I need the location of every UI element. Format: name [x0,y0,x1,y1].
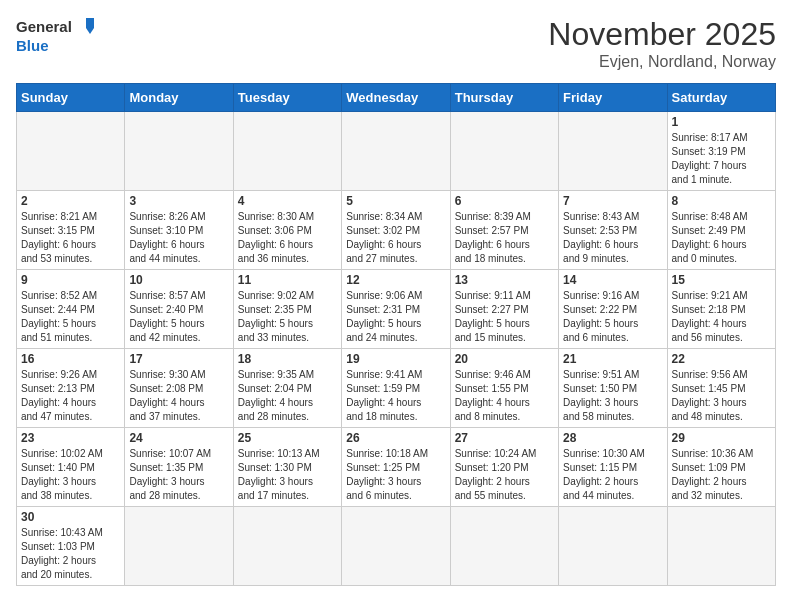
logo: General Blue [16,16,96,55]
calendar-cell: 2Sunrise: 8:21 AM Sunset: 3:15 PM Daylig… [17,191,125,270]
cell-info: Sunrise: 9:16 AM Sunset: 2:22 PM Dayligh… [563,289,662,345]
cell-info: Sunrise: 8:39 AM Sunset: 2:57 PM Dayligh… [455,210,554,266]
day-number: 27 [455,431,554,445]
calendar-cell: 27Sunrise: 10:24 AM Sunset: 1:20 PM Dayl… [450,428,558,507]
calendar-cell [559,112,667,191]
calendar-cell: 7Sunrise: 8:43 AM Sunset: 2:53 PM Daylig… [559,191,667,270]
calendar-cell [342,507,450,586]
day-number: 1 [672,115,771,129]
week-row-2: 2Sunrise: 8:21 AM Sunset: 3:15 PM Daylig… [17,191,776,270]
calendar-cell [125,112,233,191]
week-row-3: 9Sunrise: 8:52 AM Sunset: 2:44 PM Daylig… [17,270,776,349]
week-row-4: 16Sunrise: 9:26 AM Sunset: 2:13 PM Dayli… [17,349,776,428]
day-number: 7 [563,194,662,208]
day-number: 23 [21,431,120,445]
day-number: 16 [21,352,120,366]
cell-info: Sunrise: 9:11 AM Sunset: 2:27 PM Dayligh… [455,289,554,345]
calendar-cell: 29Sunrise: 10:36 AM Sunset: 1:09 PM Dayl… [667,428,775,507]
calendar-cell: 17Sunrise: 9:30 AM Sunset: 2:08 PM Dayli… [125,349,233,428]
day-number: 21 [563,352,662,366]
day-number: 30 [21,510,120,524]
day-number: 13 [455,273,554,287]
calendar-cell: 24Sunrise: 10:07 AM Sunset: 1:35 PM Dayl… [125,428,233,507]
week-row-1: 1Sunrise: 8:17 AM Sunset: 3:19 PM Daylig… [17,112,776,191]
cell-info: Sunrise: 9:26 AM Sunset: 2:13 PM Dayligh… [21,368,120,424]
logo-blue-text: Blue [16,38,96,55]
calendar-cell [125,507,233,586]
cell-info: Sunrise: 10:18 AM Sunset: 1:25 PM Daylig… [346,447,445,503]
cell-info: Sunrise: 8:48 AM Sunset: 2:49 PM Dayligh… [672,210,771,266]
calendar-cell: 11Sunrise: 9:02 AM Sunset: 2:35 PM Dayli… [233,270,341,349]
day-number: 2 [21,194,120,208]
weekday-header-sunday: Sunday [17,84,125,112]
cell-info: Sunrise: 8:57 AM Sunset: 2:40 PM Dayligh… [129,289,228,345]
cell-info: Sunrise: 9:35 AM Sunset: 2:04 PM Dayligh… [238,368,337,424]
cell-info: Sunrise: 9:56 AM Sunset: 1:45 PM Dayligh… [672,368,771,424]
cell-info: Sunrise: 9:51 AM Sunset: 1:50 PM Dayligh… [563,368,662,424]
cell-info: Sunrise: 9:06 AM Sunset: 2:31 PM Dayligh… [346,289,445,345]
calendar-cell: 9Sunrise: 8:52 AM Sunset: 2:44 PM Daylig… [17,270,125,349]
calendar-cell: 21Sunrise: 9:51 AM Sunset: 1:50 PM Dayli… [559,349,667,428]
calendar-cell: 3Sunrise: 8:26 AM Sunset: 3:10 PM Daylig… [125,191,233,270]
week-row-6: 30Sunrise: 10:43 AM Sunset: 1:03 PM Dayl… [17,507,776,586]
logo-general-text: General [16,19,72,36]
cell-info: Sunrise: 8:43 AM Sunset: 2:53 PM Dayligh… [563,210,662,266]
calendar-cell: 22Sunrise: 9:56 AM Sunset: 1:45 PM Dayli… [667,349,775,428]
day-number: 11 [238,273,337,287]
day-number: 22 [672,352,771,366]
cell-info: Sunrise: 10:24 AM Sunset: 1:20 PM Daylig… [455,447,554,503]
calendar-cell: 8Sunrise: 8:48 AM Sunset: 2:49 PM Daylig… [667,191,775,270]
weekday-header-wednesday: Wednesday [342,84,450,112]
header: General Blue November 2025 Evjen, Nordla… [16,16,776,71]
day-number: 12 [346,273,445,287]
day-number: 19 [346,352,445,366]
weekday-header-row: SundayMondayTuesdayWednesdayThursdayFrid… [17,84,776,112]
weekday-header-saturday: Saturday [667,84,775,112]
cell-info: Sunrise: 8:30 AM Sunset: 3:06 PM Dayligh… [238,210,337,266]
day-number: 9 [21,273,120,287]
day-number: 24 [129,431,228,445]
calendar-cell: 28Sunrise: 10:30 AM Sunset: 1:15 PM Dayl… [559,428,667,507]
svg-marker-1 [86,28,94,34]
calendar-cell: 20Sunrise: 9:46 AM Sunset: 1:55 PM Dayli… [450,349,558,428]
cell-info: Sunrise: 9:21 AM Sunset: 2:18 PM Dayligh… [672,289,771,345]
calendar-cell: 25Sunrise: 10:13 AM Sunset: 1:30 PM Dayl… [233,428,341,507]
calendar-cell: 6Sunrise: 8:39 AM Sunset: 2:57 PM Daylig… [450,191,558,270]
cell-info: Sunrise: 8:52 AM Sunset: 2:44 PM Dayligh… [21,289,120,345]
week-row-5: 23Sunrise: 10:02 AM Sunset: 1:40 PM Dayl… [17,428,776,507]
weekday-header-monday: Monday [125,84,233,112]
calendar-cell: 30Sunrise: 10:43 AM Sunset: 1:03 PM Dayl… [17,507,125,586]
calendar-cell: 16Sunrise: 9:26 AM Sunset: 2:13 PM Dayli… [17,349,125,428]
calendar-cell: 4Sunrise: 8:30 AM Sunset: 3:06 PM Daylig… [233,191,341,270]
day-number: 15 [672,273,771,287]
location-title: Evjen, Nordland, Norway [548,53,776,71]
day-number: 20 [455,352,554,366]
calendar-cell: 10Sunrise: 8:57 AM Sunset: 2:40 PM Dayli… [125,270,233,349]
weekday-header-thursday: Thursday [450,84,558,112]
calendar-cell: 19Sunrise: 9:41 AM Sunset: 1:59 PM Dayli… [342,349,450,428]
calendar-cell: 14Sunrise: 9:16 AM Sunset: 2:22 PM Dayli… [559,270,667,349]
day-number: 26 [346,431,445,445]
logo-flag-icon [74,16,96,38]
day-number: 17 [129,352,228,366]
cell-info: Sunrise: 8:17 AM Sunset: 3:19 PM Dayligh… [672,131,771,187]
cell-info: Sunrise: 9:46 AM Sunset: 1:55 PM Dayligh… [455,368,554,424]
cell-info: Sunrise: 10:30 AM Sunset: 1:15 PM Daylig… [563,447,662,503]
calendar-cell [667,507,775,586]
title-block: November 2025 Evjen, Nordland, Norway [548,16,776,71]
calendar-cell [17,112,125,191]
cell-info: Sunrise: 9:30 AM Sunset: 2:08 PM Dayligh… [129,368,228,424]
day-number: 4 [238,194,337,208]
cell-info: Sunrise: 10:13 AM Sunset: 1:30 PM Daylig… [238,447,337,503]
calendar-cell: 1Sunrise: 8:17 AM Sunset: 3:19 PM Daylig… [667,112,775,191]
day-number: 6 [455,194,554,208]
day-number: 8 [672,194,771,208]
calendar-cell: 13Sunrise: 9:11 AM Sunset: 2:27 PM Dayli… [450,270,558,349]
cell-info: Sunrise: 10:07 AM Sunset: 1:35 PM Daylig… [129,447,228,503]
day-number: 10 [129,273,228,287]
calendar-cell [233,112,341,191]
cell-info: Sunrise: 10:02 AM Sunset: 1:40 PM Daylig… [21,447,120,503]
svg-rect-0 [86,18,94,28]
calendar-cell: 5Sunrise: 8:34 AM Sunset: 3:02 PM Daylig… [342,191,450,270]
day-number: 29 [672,431,771,445]
